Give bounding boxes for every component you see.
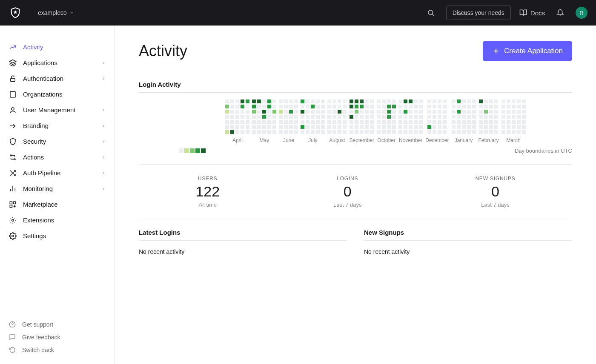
sidebar-item-settings[interactable]: Settings xyxy=(3,228,112,244)
topbar: exampleco Discuss your needs Docs R xyxy=(0,0,596,26)
heatmap-cell xyxy=(327,105,331,108)
heatmap-cell xyxy=(512,105,516,108)
chevron-right-icon xyxy=(101,123,106,128)
heatmap-cell xyxy=(404,110,407,114)
heatmap-cell xyxy=(414,125,418,129)
month-label: June xyxy=(283,137,294,143)
heatmap-cell xyxy=(462,115,466,119)
heatmap-cell xyxy=(419,120,423,124)
sidebar-item-extensions[interactable]: Extensions xyxy=(3,212,112,228)
sidebar-item-label: Applications xyxy=(23,59,57,66)
chevron-right-icon xyxy=(101,108,106,113)
heatmap-cell xyxy=(484,115,488,119)
heatmap-cell xyxy=(409,120,413,124)
heatmap-cell xyxy=(462,100,466,103)
heatmap-cell xyxy=(512,120,516,124)
notifications-button[interactable] xyxy=(553,6,567,20)
heatmap-cell xyxy=(321,130,325,134)
heatmap-cell xyxy=(355,105,358,108)
heatmap-cell xyxy=(355,100,358,103)
login-activity-section: Login Activity AprilMayJuneJulyAugustSep… xyxy=(139,81,572,156)
heatmap-cell xyxy=(289,110,293,114)
heatmap-cell xyxy=(489,120,493,124)
heatmap-month-grid xyxy=(301,100,325,134)
footer-item-switch-back[interactable]: Switch back xyxy=(0,344,115,356)
sidebar-item-user-management[interactable]: User Management xyxy=(3,102,112,118)
heatmap-month-grid xyxy=(427,100,447,134)
heatmap-cell xyxy=(462,110,466,114)
svg-point-21 xyxy=(12,235,14,237)
heatmap-cell xyxy=(419,100,423,103)
footer-item-give-feedback[interactable]: Give feedback xyxy=(0,331,115,344)
sidebar-item-security[interactable]: Security xyxy=(3,134,112,149)
heatmap-cell xyxy=(370,110,374,114)
heatmap-cell xyxy=(387,120,391,124)
svg-point-10 xyxy=(10,155,11,156)
sidebar-item-marketplace[interactable]: Marketplace xyxy=(3,196,112,212)
legend-cell-0 xyxy=(179,148,183,153)
avatar[interactable]: R xyxy=(576,7,587,19)
heatmap-cell xyxy=(409,105,413,108)
topbar-divider xyxy=(30,8,30,18)
sidebar-item-organizations[interactable]: Organizations xyxy=(3,86,112,102)
heatmap-cell xyxy=(332,110,336,114)
heatmap-cell xyxy=(433,110,436,114)
month-label: May xyxy=(260,137,269,143)
heatmap-cell xyxy=(512,130,516,134)
stat-label: NEW SIGNUPS xyxy=(475,176,515,182)
svg-rect-3 xyxy=(11,78,15,82)
heatmap-cell xyxy=(409,110,413,114)
heatmap-cell xyxy=(311,100,315,103)
heatmap-cell xyxy=(370,100,374,103)
heatmap-cell xyxy=(494,130,498,134)
heatmap-month-grid xyxy=(327,100,347,134)
heatmap-month-grid xyxy=(252,100,276,134)
heatmap-cell xyxy=(404,130,407,134)
heatmap-cell xyxy=(522,115,526,119)
heatmap-cell xyxy=(404,115,407,119)
heatmap-cell xyxy=(338,125,341,129)
heatmap-cell xyxy=(360,105,364,108)
heatmap-cell xyxy=(262,125,266,129)
month-label: December xyxy=(425,137,449,143)
heatmap-cell xyxy=(377,130,381,134)
sidebar-item-actions[interactable]: Actions xyxy=(3,149,112,165)
heatmap-cell xyxy=(377,110,381,114)
create-application-button[interactable]: Create Application xyxy=(483,41,572,61)
heatmap-cell xyxy=(484,120,488,124)
bell-icon xyxy=(556,9,564,17)
heatmap-cell xyxy=(479,115,483,119)
heatmap-cell xyxy=(343,115,347,119)
heatmap-cell xyxy=(522,105,526,108)
discuss-needs-button[interactable]: Discuss your needs xyxy=(446,6,511,20)
month-label: April xyxy=(232,137,243,143)
sidebar-item-applications[interactable]: Applications xyxy=(3,55,112,71)
shuffle-icon xyxy=(9,169,17,177)
stat-sub: Last 7 days xyxy=(475,202,515,208)
docs-link[interactable]: Docs xyxy=(519,9,545,17)
footer-item-get-support[interactable]: Get support xyxy=(0,318,115,331)
heatmap-cell xyxy=(522,100,526,103)
sidebar-item-branding[interactable]: Branding xyxy=(3,118,112,134)
heatmap-cell xyxy=(350,125,353,129)
heatmap-cell xyxy=(252,130,256,134)
brand-logo[interactable] xyxy=(9,6,22,20)
heatmap-cell xyxy=(462,125,466,129)
heatmap-cell xyxy=(438,115,441,119)
tenant-switcher[interactable]: exampleco xyxy=(38,9,74,16)
heatmap-cell xyxy=(252,125,256,129)
sidebar-item-monitoring[interactable]: Monitoring xyxy=(3,181,112,196)
main-content: Activity Create Application Login Activi… xyxy=(115,26,596,364)
heatmap-cell xyxy=(235,100,239,103)
heatmap-cell xyxy=(230,100,234,103)
heatmap-cell xyxy=(316,105,320,108)
search-button[interactable] xyxy=(424,6,438,20)
heatmap-cell xyxy=(404,100,407,103)
sidebar-item-authentication[interactable]: Authentication xyxy=(3,71,112,86)
heatmap-cell xyxy=(512,100,516,103)
sidebar-item-auth-pipeline[interactable]: Auth Pipeline xyxy=(3,165,112,181)
sidebar-item-activity[interactable]: Activity xyxy=(3,39,112,55)
heatmap-cell xyxy=(414,120,418,124)
heatmap-cell xyxy=(301,105,304,108)
heatmap-cell xyxy=(316,130,320,134)
